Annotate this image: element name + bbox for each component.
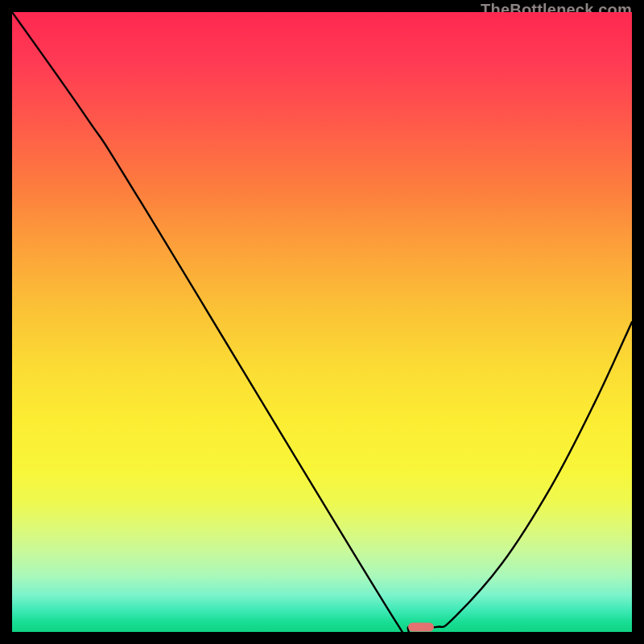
optimum-marker	[408, 622, 434, 631]
plot-area	[12, 12, 632, 632]
gradient-background	[12, 12, 632, 632]
chart-frame: TheBottleneck.com	[12, 12, 632, 632]
